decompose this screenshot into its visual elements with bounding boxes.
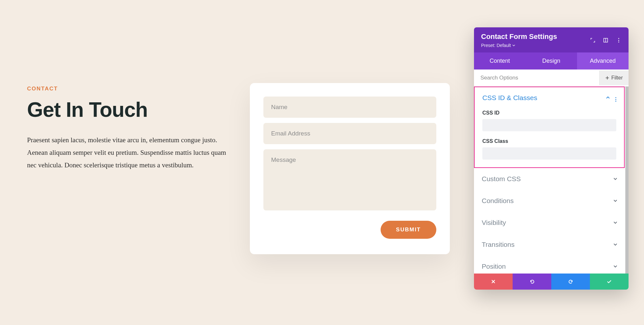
chevron-down-icon <box>613 220 618 225</box>
section-title-transitions: Transitions <box>482 241 515 248</box>
section-title-conditions: Conditions <box>482 197 514 205</box>
plus-icon <box>605 76 609 80</box>
name-input[interactable] <box>263 97 436 118</box>
css-class-label: CSS Class <box>482 138 616 144</box>
page-title: Get In Touch <box>27 98 233 122</box>
panel-header: Contact Form Settings Preset: Default <box>474 27 629 52</box>
preset-label: Preset: Default <box>481 43 511 48</box>
cancel-button[interactable] <box>474 274 513 290</box>
panel-body: CSS ID & Classes CSS ID CSS Class Custom <box>474 87 629 274</box>
message-textarea[interactable] <box>263 149 436 210</box>
check-icon <box>607 279 612 284</box>
css-class-input[interactable] <box>482 147 616 160</box>
section-custom-css[interactable]: Custom CSS <box>474 168 625 190</box>
email-input[interactable] <box>263 123 436 144</box>
panel-footer <box>474 274 629 290</box>
tab-design[interactable]: Design <box>526 52 577 70</box>
search-row: Filter <box>474 70 629 87</box>
body-paragraph: Praesent sapien lacus, molestie vitae ar… <box>27 134 227 172</box>
section-title-custom-css: Custom CSS <box>482 175 521 183</box>
layout-icon[interactable] <box>603 37 609 43</box>
panel-tabs: Content Design Advanced <box>474 52 629 70</box>
section-conditions[interactable]: Conditions <box>474 190 625 212</box>
contact-form-card: SUBMIT <box>250 83 450 254</box>
preset-dropdown[interactable]: Preset: Default <box>481 43 557 48</box>
filter-button[interactable]: Filter <box>599 70 629 85</box>
section-css-id-classes: CSS ID & Classes CSS ID CSS Class <box>474 87 625 168</box>
submit-button[interactable]: SUBMIT <box>381 221 436 239</box>
panel-title: Contact Form Settings <box>481 32 557 41</box>
search-input[interactable] <box>474 70 599 86</box>
caret-down-icon <box>512 44 515 46</box>
confirm-button[interactable] <box>590 274 629 290</box>
section-header-css-id-classes[interactable]: CSS ID & Classes <box>475 87 624 107</box>
more-icon[interactable] <box>616 37 621 43</box>
contact-eyebrow: CONTACT <box>27 86 233 92</box>
chevron-down-icon <box>613 242 618 247</box>
css-id-label: CSS ID <box>482 110 616 116</box>
section-title-css: CSS ID & Classes <box>482 94 537 102</box>
chevron-down-icon <box>613 199 618 203</box>
section-transitions[interactable]: Transitions <box>474 234 625 255</box>
redo-icon <box>568 279 573 284</box>
undo-button[interactable] <box>513 274 551 290</box>
undo-icon <box>529 279 535 284</box>
section-visibility[interactable]: Visibility <box>474 212 625 234</box>
expand-icon[interactable] <box>590 37 596 43</box>
chevron-up-icon <box>606 95 611 100</box>
tab-advanced[interactable]: Advanced <box>577 52 629 70</box>
redo-button[interactable] <box>551 274 590 290</box>
section-position[interactable]: Position <box>474 255 625 274</box>
css-id-input[interactable] <box>482 119 616 131</box>
chevron-down-icon <box>613 177 618 181</box>
filter-label: Filter <box>611 75 623 81</box>
settings-panel: Contact Form Settings Preset: Default Co… <box>474 27 629 290</box>
tab-content[interactable]: Content <box>474 52 526 70</box>
chevron-down-icon <box>613 264 618 269</box>
close-icon <box>491 279 496 284</box>
section-more-icon[interactable] <box>615 94 616 102</box>
section-title-visibility: Visibility <box>482 219 506 227</box>
section-title-position: Position <box>482 263 506 270</box>
